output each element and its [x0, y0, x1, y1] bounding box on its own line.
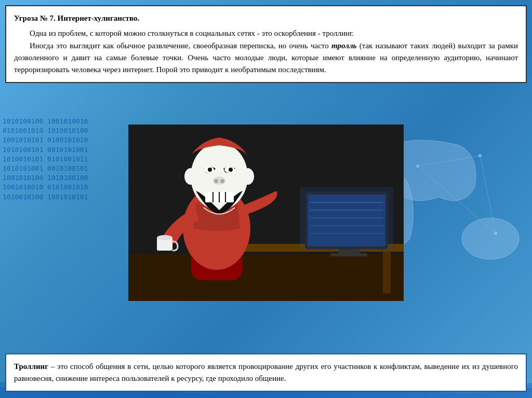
paragraph-2: Иногда это выглядит как обычное развлече…: [14, 40, 518, 76]
trolling-definition: – это способ общения в сети, целью котор…: [14, 362, 518, 382]
svg-point-0: [462, 218, 519, 259]
svg-rect-8: [128, 254, 404, 301]
svg-rect-10: [383, 252, 391, 293]
bottom-definition-box: Троллинг – это способ общения в сети, це…: [5, 353, 527, 392]
trolling-term: Троллинг: [14, 362, 48, 370]
svg-point-26: [208, 168, 212, 172]
svg-point-30: [220, 179, 224, 183]
binary-decoration: 1010100100 1001010010 0101001010 1010010…: [0, 114, 104, 296]
svg-rect-19: [331, 253, 367, 256]
svg-point-22: [157, 235, 172, 240]
troll-image: [128, 125, 404, 301]
paragraph-1: Одна из проблем, с которой можно столкну…: [14, 28, 518, 39]
troll-image-area: [128, 125, 404, 301]
svg-rect-37: [300, 187, 393, 249]
troll-em: тролль: [331, 42, 357, 50]
svg-point-36: [242, 168, 254, 185]
svg-point-35: [184, 168, 197, 185]
para2-text-before: Иногда это выглядит как обычное развлече…: [30, 42, 331, 50]
svg-point-29: [214, 179, 218, 183]
threat-title: Угроза № 7. Интернет-хулиганство.: [14, 12, 518, 24]
svg-point-27: [229, 168, 233, 172]
top-info-box: Угроза № 7. Интернет-хулиганство. Одна и…: [5, 5, 527, 83]
